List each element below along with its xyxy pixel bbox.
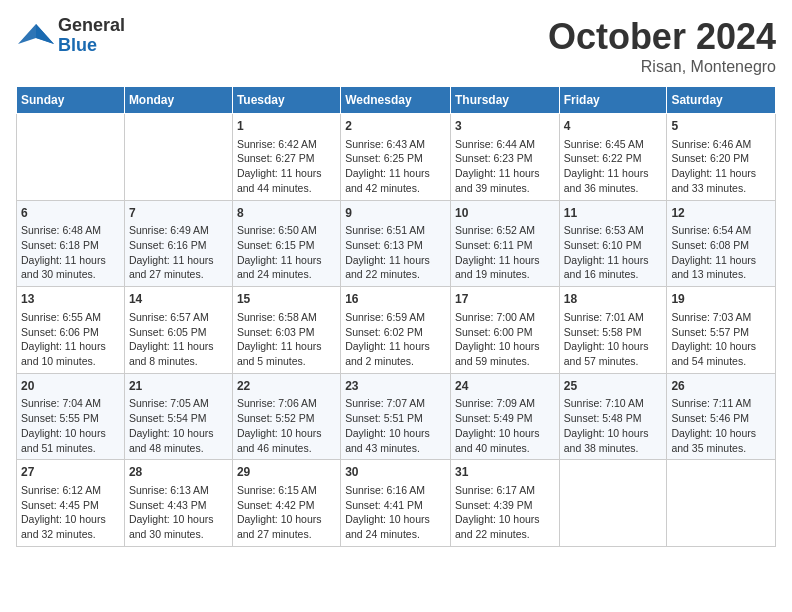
day-number: 28 [129,464,228,481]
day-number: 22 [237,378,336,395]
day-number: 3 [455,118,555,135]
day-number: 31 [455,464,555,481]
logo-text: General Blue [58,16,125,56]
calendar-cell [559,460,667,547]
calendar-cell: 28Sunrise: 6:13 AMSunset: 4:43 PMDayligh… [124,460,232,547]
calendar-cell: 20Sunrise: 7:04 AMSunset: 5:55 PMDayligh… [17,373,125,460]
day-number: 2 [345,118,446,135]
day-number: 21 [129,378,228,395]
day-number: 18 [564,291,663,308]
calendar-cell [124,114,232,201]
page-header: General Blue October 2024 Risan, Montene… [16,16,776,76]
month-title: October 2024 [548,16,776,58]
day-number: 23 [345,378,446,395]
calendar-cell: 7Sunrise: 6:49 AMSunset: 6:16 PMDaylight… [124,200,232,287]
calendar-cell [17,114,125,201]
calendar-week-row: 6Sunrise: 6:48 AMSunset: 6:18 PMDaylight… [17,200,776,287]
day-number: 24 [455,378,555,395]
calendar-cell: 25Sunrise: 7:10 AMSunset: 5:48 PMDayligh… [559,373,667,460]
calendar-week-row: 1Sunrise: 6:42 AMSunset: 6:27 PMDaylight… [17,114,776,201]
calendar-cell: 12Sunrise: 6:54 AMSunset: 6:08 PMDayligh… [667,200,776,287]
day-number: 4 [564,118,663,135]
calendar-cell: 14Sunrise: 6:57 AMSunset: 6:05 PMDayligh… [124,287,232,374]
weekday-header: Saturday [667,87,776,114]
logo-general: General [58,16,125,36]
day-number: 9 [345,205,446,222]
day-number: 13 [21,291,120,308]
calendar-cell: 19Sunrise: 7:03 AMSunset: 5:57 PMDayligh… [667,287,776,374]
calendar-cell: 17Sunrise: 7:00 AMSunset: 6:00 PMDayligh… [450,287,559,374]
day-number: 26 [671,378,771,395]
calendar-cell: 3Sunrise: 6:44 AMSunset: 6:23 PMDaylight… [450,114,559,201]
day-number: 7 [129,205,228,222]
calendar-cell: 30Sunrise: 6:16 AMSunset: 4:41 PMDayligh… [341,460,451,547]
calendar-week-row: 20Sunrise: 7:04 AMSunset: 5:55 PMDayligh… [17,373,776,460]
calendar-cell: 21Sunrise: 7:05 AMSunset: 5:54 PMDayligh… [124,373,232,460]
calendar-cell: 27Sunrise: 6:12 AMSunset: 4:45 PMDayligh… [17,460,125,547]
calendar-cell: 16Sunrise: 6:59 AMSunset: 6:02 PMDayligh… [341,287,451,374]
calendar-cell: 23Sunrise: 7:07 AMSunset: 5:51 PMDayligh… [341,373,451,460]
weekday-header: Sunday [17,87,125,114]
calendar-cell: 15Sunrise: 6:58 AMSunset: 6:03 PMDayligh… [232,287,340,374]
calendar-cell: 8Sunrise: 6:50 AMSunset: 6:15 PMDaylight… [232,200,340,287]
day-number: 5 [671,118,771,135]
calendar-cell: 24Sunrise: 7:09 AMSunset: 5:49 PMDayligh… [450,373,559,460]
calendar-week-row: 13Sunrise: 6:55 AMSunset: 6:06 PMDayligh… [17,287,776,374]
logo-blue: Blue [58,36,125,56]
calendar-cell: 26Sunrise: 7:11 AMSunset: 5:46 PMDayligh… [667,373,776,460]
weekday-header: Tuesday [232,87,340,114]
location-subtitle: Risan, Montenegro [548,58,776,76]
calendar-cell: 2Sunrise: 6:43 AMSunset: 6:25 PMDaylight… [341,114,451,201]
calendar-cell: 10Sunrise: 6:52 AMSunset: 6:11 PMDayligh… [450,200,559,287]
day-number: 16 [345,291,446,308]
title-block: October 2024 Risan, Montenegro [548,16,776,76]
calendar-cell: 5Sunrise: 6:46 AMSunset: 6:20 PMDaylight… [667,114,776,201]
calendar-cell: 1Sunrise: 6:42 AMSunset: 6:27 PMDaylight… [232,114,340,201]
calendar-table: SundayMondayTuesdayWednesdayThursdayFrid… [16,86,776,547]
day-number: 19 [671,291,771,308]
logo: General Blue [16,16,125,56]
calendar-cell: 11Sunrise: 6:53 AMSunset: 6:10 PMDayligh… [559,200,667,287]
calendar-cell [667,460,776,547]
day-number: 6 [21,205,120,222]
weekday-header: Thursday [450,87,559,114]
day-number: 8 [237,205,336,222]
bird-icon [16,16,56,56]
calendar-cell: 22Sunrise: 7:06 AMSunset: 5:52 PMDayligh… [232,373,340,460]
weekday-header: Wednesday [341,87,451,114]
day-number: 17 [455,291,555,308]
day-number: 10 [455,205,555,222]
calendar-week-row: 27Sunrise: 6:12 AMSunset: 4:45 PMDayligh… [17,460,776,547]
day-number: 12 [671,205,771,222]
calendar-cell: 18Sunrise: 7:01 AMSunset: 5:58 PMDayligh… [559,287,667,374]
calendar-cell: 13Sunrise: 6:55 AMSunset: 6:06 PMDayligh… [17,287,125,374]
calendar-cell: 9Sunrise: 6:51 AMSunset: 6:13 PMDaylight… [341,200,451,287]
calendar-cell: 31Sunrise: 6:17 AMSunset: 4:39 PMDayligh… [450,460,559,547]
day-number: 25 [564,378,663,395]
weekday-header-row: SundayMondayTuesdayWednesdayThursdayFrid… [17,87,776,114]
day-number: 14 [129,291,228,308]
day-number: 1 [237,118,336,135]
day-number: 27 [21,464,120,481]
calendar-cell: 6Sunrise: 6:48 AMSunset: 6:18 PMDaylight… [17,200,125,287]
day-number: 11 [564,205,663,222]
svg-marker-1 [36,24,54,44]
day-number: 15 [237,291,336,308]
day-number: 30 [345,464,446,481]
day-number: 20 [21,378,120,395]
calendar-cell: 4Sunrise: 6:45 AMSunset: 6:22 PMDaylight… [559,114,667,201]
day-number: 29 [237,464,336,481]
weekday-header: Friday [559,87,667,114]
calendar-cell: 29Sunrise: 6:15 AMSunset: 4:42 PMDayligh… [232,460,340,547]
weekday-header: Monday [124,87,232,114]
